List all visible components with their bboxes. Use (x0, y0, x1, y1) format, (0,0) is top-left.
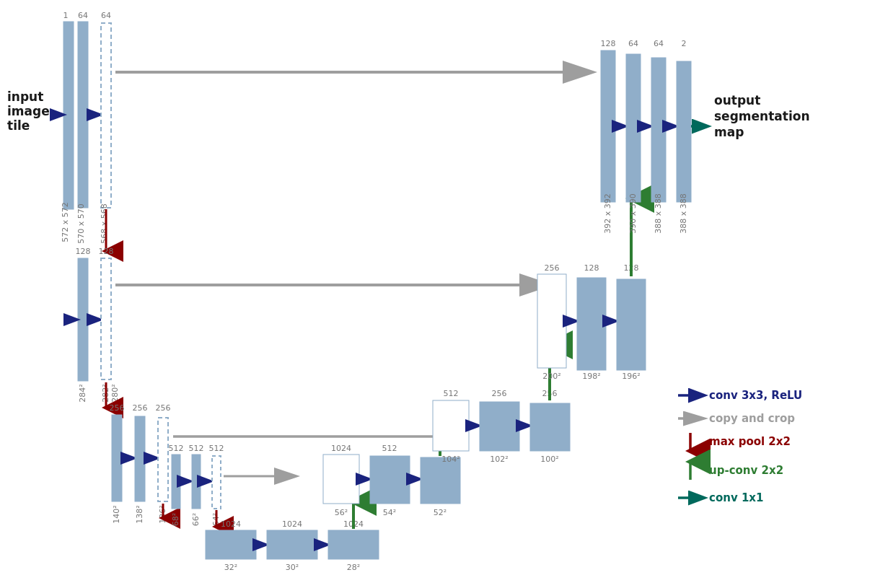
svg-text:284²: 284² (78, 384, 87, 402)
svg-text:segmentation: segmentation (714, 109, 810, 123)
svg-text:up-conv 2x2: up-conv 2x2 (709, 464, 783, 477)
svg-text:388 x 388: 388 x 388 (654, 193, 663, 234)
svg-rect-97 (617, 279, 646, 370)
svg-text:196²: 196² (622, 372, 640, 381)
svg-rect-48 (212, 456, 221, 509)
svg-text:256: 256 (545, 263, 560, 273)
svg-rect-16 (78, 258, 88, 381)
svg-rect-0 (63, 22, 74, 209)
svg-text:128: 128 (584, 263, 599, 273)
svg-text:64: 64 (78, 11, 88, 20)
svg-text:512: 512 (444, 389, 459, 398)
svg-text:28²: 28² (347, 563, 360, 572)
svg-rect-77 (433, 400, 469, 451)
svg-text:1: 1 (63, 11, 69, 20)
svg-text:256: 256 (133, 403, 148, 413)
svg-rect-53 (206, 530, 256, 559)
svg-rect-31 (135, 416, 145, 501)
svg-text:280²: 280² (110, 384, 120, 402)
svg-text:198²: 198² (582, 372, 600, 381)
svg-text:68²: 68² (171, 513, 180, 526)
svg-text:512: 512 (209, 444, 224, 453)
svg-text:1024: 1024 (221, 519, 241, 529)
svg-text:1024: 1024 (282, 519, 302, 529)
svg-rect-20 (101, 258, 111, 379)
svg-rect-109 (651, 58, 666, 202)
svg-text:256: 256 (110, 403, 125, 413)
svg-text:52²: 52² (434, 508, 447, 517)
svg-text:102²: 102² (490, 455, 508, 464)
svg-text:input: input (7, 89, 43, 104)
svg-rect-105 (626, 54, 641, 202)
svg-text:256: 256 (156, 403, 171, 413)
svg-text:128: 128 (601, 39, 616, 48)
svg-text:512: 512 (382, 444, 397, 453)
svg-text:572 x 572: 572 x 572 (61, 202, 70, 242)
svg-rect-57 (267, 530, 317, 559)
svg-text:570 x 570: 570 x 570 (76, 203, 86, 244)
svg-text:512: 512 (169, 444, 184, 453)
svg-text:200²: 200² (542, 372, 560, 381)
svg-text:64: 64 (628, 39, 638, 48)
svg-text:image: image (7, 104, 50, 118)
svg-text:copy and crop: copy and crop (709, 412, 795, 425)
svg-text:max pool 2x2: max pool 2x2 (709, 435, 791, 448)
diagram-container: 1 572 x 572 64 570 x 570 64 568 x 568 in… (0, 0, 875, 588)
svg-text:100²: 100² (540, 455, 558, 464)
svg-text:conv 1x1: conv 1x1 (709, 491, 763, 504)
svg-text:64: 64 (101, 11, 111, 20)
svg-rect-27 (112, 415, 122, 501)
svg-text:map: map (714, 125, 744, 139)
svg-rect-44 (192, 455, 201, 509)
svg-rect-69 (370, 456, 410, 504)
svg-rect-113 (677, 61, 691, 202)
svg-text:388 x 388: 388 x 388 (679, 193, 688, 234)
svg-rect-81 (480, 402, 519, 451)
svg-text:conv 3x3, ReLU: conv 3x3, ReLU (709, 389, 802, 402)
svg-text:568 x 568: 568 x 568 (100, 203, 109, 244)
svg-text:30²: 30² (286, 563, 299, 572)
svg-text:128: 128 (76, 247, 91, 256)
svg-text:512: 512 (189, 444, 204, 453)
svg-text:64: 64 (654, 39, 664, 48)
svg-rect-93 (577, 278, 606, 370)
svg-rect-35 (158, 418, 168, 501)
svg-text:140²: 140² (112, 505, 121, 523)
svg-text:392 x 392: 392 x 392 (603, 193, 612, 234)
svg-text:32²: 32² (224, 563, 237, 572)
svg-rect-85 (530, 403, 570, 451)
svg-rect-73 (421, 457, 460, 504)
svg-text:1024: 1024 (331, 444, 351, 453)
svg-rect-40 (172, 455, 180, 509)
svg-rect-3 (78, 22, 88, 208)
svg-text:54²: 54² (383, 508, 396, 517)
svg-text:56²: 56² (335, 508, 348, 517)
svg-text:104²: 104² (441, 455, 460, 464)
svg-rect-7 (101, 23, 111, 208)
svg-rect-61 (328, 530, 379, 559)
svg-rect-101 (601, 51, 615, 202)
svg-text:256: 256 (492, 389, 507, 398)
svg-text:output: output (714, 93, 760, 107)
svg-text:390 x 390: 390 x 390 (628, 193, 638, 234)
svg-text:66²: 66² (191, 513, 201, 526)
svg-rect-89 (537, 274, 566, 368)
svg-text:128: 128 (99, 247, 114, 256)
svg-text:2: 2 (682, 39, 687, 48)
svg-text:138²: 138² (135, 505, 144, 523)
svg-rect-65 (323, 455, 359, 504)
svg-text:tile: tile (7, 118, 30, 133)
